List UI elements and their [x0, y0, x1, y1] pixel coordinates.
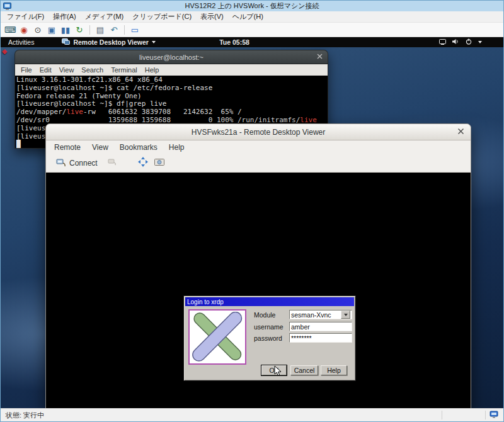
rdv-menu-item[interactable]: Bookmarks — [114, 143, 163, 152]
password-masked-value: ******** — [291, 334, 312, 342]
chevron-down-icon — [152, 41, 156, 43]
toolbar-separator — [89, 25, 90, 35]
module-select[interactable]: sesman-Xvnc — [289, 310, 352, 319]
rdv-close-icon[interactable] — [457, 128, 464, 137]
revert-icon[interactable]: ↶ — [108, 24, 120, 35]
ctrl-alt-del-icon[interactable]: ⌨ — [4, 24, 16, 35]
statusbar: 状態: 実行中 — [1, 408, 503, 421]
terminal-menu-item[interactable]: File — [17, 66, 36, 74]
status-text: 状態: 実行中 — [6, 411, 44, 420]
module-row: Module sesman-Xvnc — [254, 310, 352, 319]
module-value: sesman-Xvnc — [291, 311, 331, 319]
help-button[interactable]: Help — [321, 365, 347, 375]
remote-desktop-viewer-window: HVSFwks21a - Remote Desktop Viewer Remot… — [45, 123, 471, 408]
mouse-cursor — [274, 365, 282, 379]
app-menu[interactable]: Remote Desktop Viewer — [62, 38, 155, 47]
remote-desktop-viewer-icon — [62, 38, 70, 47]
terminal-menu-item[interactable]: Search — [77, 66, 107, 74]
hyperv-toolbar-icons: ⌨◉⊙▣▮▮↻▤↶▭ — [1, 23, 503, 37]
hyperv-app-icon — [3, 2, 11, 11]
display-icon[interactable] — [439, 38, 446, 46]
terminal-menu-item[interactable]: Help — [141, 66, 163, 74]
hyperv-menu-item[interactable]: メディア(M) — [81, 12, 129, 21]
terminal-titlebar[interactable]: liveuser@localhost:~ — [14, 50, 328, 64]
terminal-close-icon[interactable] — [317, 53, 323, 60]
hyperv-vmconnect-window: HVS12R2 上の HVSWork - 仮想マシン接続 ファイル(F)操作(A… — [0, 0, 504, 422]
window-title: HVS12R2 上の HVSWork - 仮想マシン接続 — [185, 1, 319, 11]
rdv-menu-item[interactable]: Help — [163, 143, 190, 152]
hyperv-menu-item[interactable]: ヘルプ(H) — [228, 12, 268, 21]
checkpoint-icon[interactable]: ▤ — [94, 24, 106, 35]
screenshot-icon[interactable] — [154, 157, 164, 169]
connect-label: Connect — [69, 159, 98, 168]
save-icon[interactable]: ▣ — [46, 24, 57, 35]
remote-display-area[interactable]: Login to xrdp Module sesman-Xvnc — [46, 173, 471, 408]
connect-button[interactable]: Connect — [52, 157, 101, 170]
rdv-title: HVSFwks21a - Remote Desktop Viewer — [192, 128, 326, 137]
terminal-menu-item[interactable]: Terminal — [107, 66, 141, 74]
connect-icon — [56, 158, 66, 169]
statusbar-separator — [485, 411, 486, 419]
xrdp-dialog-title: Login to xrdp — [187, 299, 224, 305]
password-label: password — [254, 334, 289, 342]
rdv-toolbar: Connect — [46, 154, 471, 173]
terminal-title: liveuser@localhost:~ — [139, 54, 203, 61]
turn-off-icon[interactable]: ◉ — [18, 24, 30, 35]
tray-chevron-icon[interactable] — [478, 41, 482, 43]
rdv-menu-item[interactable]: View — [86, 143, 114, 152]
hyperv-menu-item[interactable]: ファイル(F) — [3, 12, 49, 21]
statusbar-vm-icon — [490, 411, 498, 419]
terminal-menu-item[interactable]: Edit — [36, 66, 55, 74]
module-dropdown-button[interactable] — [341, 311, 350, 319]
cancel-button[interactable]: Cancel — [290, 365, 318, 375]
username-value: amber — [291, 323, 310, 331]
desktop-emblem-icon[interactable]: ◆ — [2, 47, 7, 55]
statusbar-right — [442, 411, 498, 419]
fullscreen-icon[interactable] — [138, 157, 148, 169]
module-label: Module — [254, 311, 289, 319]
terminal-menu-item[interactable]: View — [55, 66, 78, 74]
xrdp-login-dialog: Login to xrdp Module sesman-Xvnc — [183, 295, 356, 381]
clock[interactable]: Tue 05:58 — [219, 38, 249, 46]
shutdown-icon[interactable]: ⊙ — [32, 24, 43, 35]
xrdp-logo — [188, 309, 246, 365]
rdv-menu-item[interactable]: Remote — [49, 143, 86, 152]
reset-icon[interactable]: ↻ — [74, 24, 85, 35]
username-input[interactable]: amber — [289, 322, 352, 331]
volume-icon[interactable] — [452, 38, 459, 46]
hyperv-menu-item[interactable]: 操作(A) — [49, 12, 81, 21]
pause-icon[interactable]: ▮▮ — [60, 24, 71, 35]
hyperv-menubar: ファイル(F)操作(A)メディア(M)クリップボード(C)表示(V)ヘルプ(H) — [1, 11, 503, 23]
enhanced-session-icon[interactable]: ▭ — [129, 24, 140, 35]
rdv-titlebar[interactable]: HVSFwks21a - Remote Desktop Viewer — [46, 124, 471, 140]
hyperv-menu-item[interactable]: クリップボード(C) — [128, 12, 196, 21]
username-row: username amber — [254, 322, 352, 331]
disconnect-icon[interactable] — [108, 157, 117, 169]
window-titlebar[interactable]: HVS12R2 上の HVSWork - 仮想マシン接続 — [1, 1, 503, 11]
vm-viewport[interactable]: ◆ Activities Remote Desktop Viewer Tue 0… — [1, 37, 503, 408]
toolbar-separator — [124, 25, 125, 35]
app-menu-label: Remote Desktop Viewer — [73, 38, 148, 46]
gnome-top-bar: Activities Remote Desktop Viewer Tue 05:… — [1, 37, 503, 47]
gnome-system-tray — [439, 37, 482, 47]
dropdown-arrow-icon — [344, 314, 348, 316]
username-label: username — [254, 323, 289, 331]
hyperv-menu-item[interactable]: 表示(V) — [196, 12, 228, 21]
password-row: password ******** — [254, 333, 352, 343]
power-icon[interactable] — [466, 38, 472, 46]
rdv-menubar: RemoteViewBookmarksHelp — [46, 140, 471, 154]
statusbar-separator — [442, 411, 442, 419]
activities-button[interactable]: Activities — [8, 38, 34, 46]
xrdp-dialog-titlebar[interactable]: Login to xrdp — [185, 297, 354, 306]
terminal-menubar: FileEditViewSearchTerminalHelp — [14, 64, 328, 76]
password-input[interactable]: ******** — [289, 333, 352, 343]
